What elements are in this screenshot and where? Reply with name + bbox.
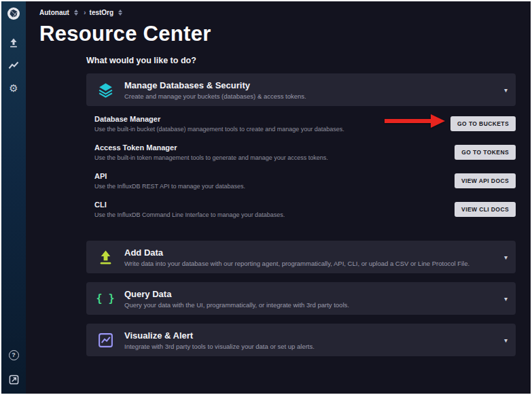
row-title: Database Manager (94, 115, 344, 123)
braces-icon: { } (86, 292, 124, 305)
row-database-manager: Database Manager Use the built-in bucket… (94, 115, 516, 133)
layers-icon (86, 82, 124, 99)
breadcrumb-separator-icon: › (84, 8, 86, 16)
row-description: Use the built-in token management tools … (94, 154, 328, 161)
panel-description: Write data into your database with our r… (124, 260, 469, 267)
main-content: Autonaut › testOrg Resource Center What … (26, 1, 531, 394)
go-to-tokens-button[interactable]: GO TO TOKENS (455, 145, 516, 160)
chevron-down-icon[interactable]: ▾ (504, 86, 508, 94)
panel-title: Query Data (124, 289, 349, 299)
panel-header-text: Visualize & Alert Integrate with 3rd par… (124, 330, 315, 350)
row-title: Access Token Manager (94, 143, 328, 152)
panel-description: Integrate with 3rd party tools to visual… (124, 343, 315, 350)
breadcrumb-project[interactable]: testOrg (90, 9, 114, 16)
panel-header-text: Manage Databases & Security Create and m… (124, 80, 306, 100)
project-switcher-icon[interactable] (118, 10, 122, 16)
breadcrumb: Autonaut › testOrg (39, 8, 531, 16)
help-icon[interactable]: ? (7, 349, 20, 361)
panel-description: Create and manage your buckets (database… (124, 92, 306, 100)
row-title: API (94, 172, 245, 180)
section-add-data: Add Data Write data into your database w… (86, 241, 516, 273)
row-api: API Use the InfluxDB REST API to manage … (94, 172, 516, 190)
resource-center-content: What would you like to do? Manage Databa… (86, 56, 516, 356)
settings-gear-icon[interactable]: ⚙ (7, 82, 20, 94)
section-manage-databases: Manage Databases & Security Create and m… (86, 73, 516, 232)
panel-query-data[interactable]: { } Query Data Query your data with the … (86, 282, 516, 315)
view-api-docs-button[interactable]: VIEW API DOCS (455, 173, 516, 188)
section-query-data: { } Query Data Query your data with the … (86, 282, 516, 315)
org-switcher-icon[interactable] (74, 10, 78, 16)
go-to-buckets-button[interactable]: GO TO BUCKETS (450, 116, 516, 131)
panel-body-manage-databases: Database Manager Use the built-in bucket… (86, 106, 516, 232)
view-cli-docs-button[interactable]: VIEW CLI DOCS (455, 202, 516, 217)
chevron-down-icon[interactable]: ▾ (504, 254, 508, 261)
annotation-arrow-icon (385, 114, 446, 128)
page-title: Resource Center (39, 22, 531, 46)
panel-title: Visualize & Alert (124, 330, 315, 341)
panel-header-text: Query Data Query your data with the UI, … (124, 289, 349, 309)
panel-title: Manage Databases & Security (124, 80, 306, 90)
breadcrumb-org[interactable]: Autonaut (39, 9, 69, 16)
row-title: CLI (94, 201, 285, 209)
feedback-icon[interactable] (7, 373, 20, 385)
panel-description: Query your data with the UI, programmati… (124, 301, 349, 309)
braces-glyph: { } (96, 292, 114, 305)
sidebar: ⚙ ? (1, 1, 26, 394)
row-description: Use the InfluxDB Command Line Interface … (94, 211, 285, 218)
panel-manage-databases-security[interactable]: Manage Databases & Security Create and m… (86, 73, 516, 106)
gear-glyph: ⚙ (9, 83, 18, 93)
upload-icon (86, 249, 124, 266)
load-data-icon[interactable] (7, 37, 20, 49)
row-cli: CLI Use the InfluxDB Command Line Interf… (94, 201, 516, 218)
page-subtitle: What would you like to do? (86, 56, 516, 65)
data-explorer-icon[interactable] (7, 59, 20, 71)
influxdata-logo-icon[interactable] (7, 7, 20, 23)
panel-title: Add Data (124, 247, 469, 258)
row-description: Use the built-in bucket (database) manag… (94, 126, 344, 133)
chevron-down-icon[interactable]: ▾ (504, 337, 508, 344)
row-description: Use the InfluxDB REST API to manage your… (94, 183, 245, 190)
row-access-token-manager: Access Token Manager Use the built-in to… (94, 143, 516, 161)
panel-header-text: Add Data Write data into your database w… (124, 247, 469, 267)
panel-add-data[interactable]: Add Data Write data into your database w… (86, 241, 516, 273)
chevron-down-icon[interactable]: ▾ (504, 295, 508, 303)
section-visualize-alert: Visualize & Alert Integrate with 3rd par… (86, 324, 516, 356)
panel-visualize-alert[interactable]: Visualize & Alert Integrate with 3rd par… (86, 324, 516, 356)
app-window: ⚙ ? Autonaut › testOrg Resource Center (0, 0, 532, 395)
question-mark-glyph: ? (9, 350, 19, 360)
line-chart-icon (86, 332, 124, 349)
